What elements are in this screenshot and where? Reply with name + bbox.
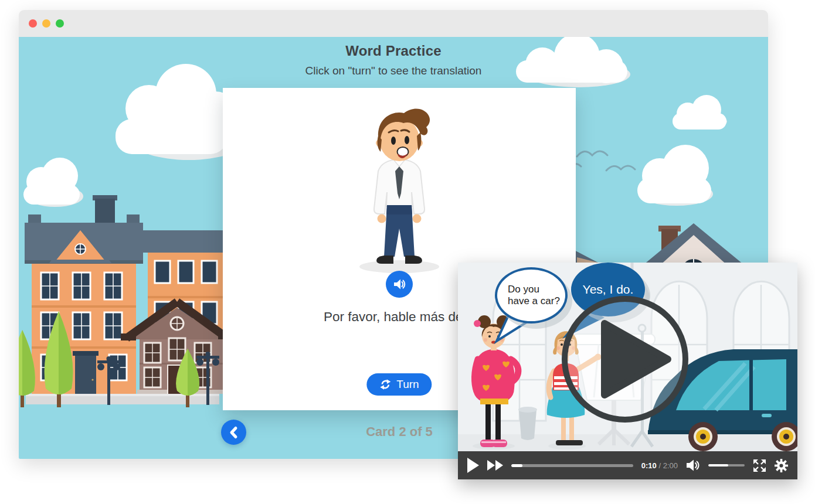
turn-button[interactable]: Turn bbox=[366, 373, 432, 396]
time-display: 0:10 / 2:00 bbox=[641, 461, 678, 470]
page-header: Word Practice Click on "turn" to see the… bbox=[19, 43, 768, 77]
fast-forward-button[interactable] bbox=[487, 460, 503, 471]
speech-bubble-question: Do you have a car? bbox=[495, 267, 568, 323]
progress-fill bbox=[511, 464, 522, 467]
cloud bbox=[637, 145, 713, 206]
play-overlay-button[interactable] bbox=[558, 292, 692, 427]
back-button[interactable] bbox=[221, 420, 246, 445]
refresh-icon bbox=[379, 379, 391, 390]
birds-icon bbox=[570, 151, 635, 171]
audio-button[interactable] bbox=[386, 271, 413, 298]
window-titlebar bbox=[19, 10, 768, 37]
progress-bar[interactable] bbox=[511, 464, 633, 467]
page-title: Word Practice bbox=[19, 43, 768, 59]
time-total: 2:00 bbox=[663, 461, 678, 470]
play-button[interactable] bbox=[467, 458, 479, 473]
traffic-light-minimize-icon[interactable] bbox=[42, 19, 50, 28]
fullscreen-icon bbox=[753, 459, 766, 472]
volume-button[interactable] bbox=[686, 459, 700, 472]
speech-bubble-text: Do you have a car? bbox=[502, 284, 561, 307]
building-orange bbox=[25, 195, 143, 401]
gear-icon bbox=[775, 459, 788, 472]
play-icon bbox=[467, 458, 479, 473]
turn-button-label: Turn bbox=[396, 378, 419, 391]
volume-icon bbox=[686, 459, 700, 472]
speaker-icon bbox=[392, 277, 406, 291]
fullscreen-button[interactable] bbox=[753, 459, 766, 472]
video-scene[interactable]: Do you have a car? Yes, I do. bbox=[458, 263, 797, 451]
settings-button[interactable] bbox=[775, 459, 788, 472]
time-current: 0:10 bbox=[641, 461, 657, 470]
traffic-light-zoom-icon[interactable] bbox=[56, 19, 64, 28]
cloud bbox=[23, 158, 83, 207]
chevron-left-icon bbox=[226, 425, 242, 440]
volume-slider[interactable] bbox=[708, 464, 745, 466]
fast-forward-icon bbox=[487, 460, 503, 471]
traffic-light-close-icon[interactable] bbox=[29, 19, 37, 28]
cartoon-man-illustration bbox=[341, 94, 458, 277]
screenshot-stage: Word Practice Click on "turn" to see the… bbox=[0, 0, 815, 504]
volume-fill bbox=[708, 464, 728, 466]
video-controls-bar: 0:10 / 2:00 bbox=[458, 451, 797, 479]
page-subtitle: Click on "turn" to see the translation bbox=[19, 64, 768, 77]
video-player: Do you have a car? Yes, I do. bbox=[458, 263, 797, 479]
cloud bbox=[673, 95, 727, 130]
plant bbox=[518, 407, 537, 440]
